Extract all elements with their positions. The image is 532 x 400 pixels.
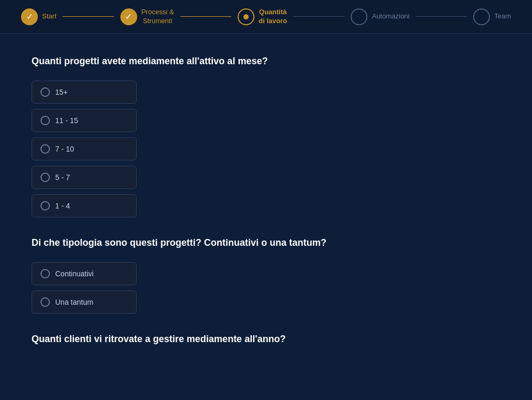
radio-5-7: [40, 173, 50, 182]
active-dot: [243, 14, 249, 19]
option-15plus-label: 15+: [55, 88, 68, 96]
option-15plus[interactable]: 15+: [32, 81, 137, 104]
question-1-title: Quanti progetti avete mediamente all'att…: [32, 55, 336, 68]
step-automazioni[interactable]: Automazioni: [351, 8, 410, 25]
question-2-options: Continuativi Una tantum: [32, 262, 336, 314]
question-3-section: Quanti clienti vi ritrovate a gestire me…: [32, 333, 336, 346]
option-11-15[interactable]: 11 - 15: [32, 109, 137, 132]
main-content: Quanti progetti avete mediamente all'att…: [0, 34, 368, 380]
question-2-title: Di che tipologia sono questi progetti? C…: [32, 236, 336, 249]
option-1-4[interactable]: 1 - 4: [32, 194, 137, 217]
step-automazioni-circle: [351, 8, 367, 25]
step-processi[interactable]: ✓ Processi & Strumenti: [120, 8, 174, 26]
step-team-circle: [473, 8, 490, 25]
option-7-10-label: 7 - 10: [55, 145, 74, 153]
option-5-7-label: 5 - 7: [55, 173, 70, 182]
line-1: [63, 16, 114, 17]
step-start-label: Start: [42, 12, 56, 21]
line-3: [293, 16, 344, 17]
step-automazioni-label: Automazioni: [372, 12, 410, 21]
question-2-section: Di che tipologia sono questi progetti? C…: [32, 236, 336, 314]
radio-15plus: [40, 87, 50, 97]
radio-7-10: [40, 144, 50, 154]
radio-continuativi: [40, 269, 50, 278]
option-una-tantum[interactable]: Una tantum: [32, 291, 137, 314]
question-1-section: Quanti progetti avete mediamente all'att…: [32, 55, 336, 217]
radio-una-tantum: [40, 297, 50, 307]
option-continuativi-label: Continuativi: [55, 269, 94, 278]
option-1-4-label: 1 - 4: [55, 202, 70, 210]
option-5-7[interactable]: 5 - 7: [32, 166, 137, 189]
step-start[interactable]: ✓ Start: [21, 8, 56, 25]
stepper: ✓ Start ✓ Processi & Strumenti Quantità …: [0, 0, 532, 34]
step-start-circle: ✓: [21, 8, 38, 25]
step-quantita-label: Quantità di lavoro: [259, 8, 287, 26]
step-team[interactable]: Team: [473, 8, 511, 25]
step-processi-circle: ✓: [120, 8, 137, 25]
line-2: [180, 16, 231, 17]
option-una-tantum-label: Una tantum: [55, 298, 93, 306]
line-4: [416, 16, 467, 17]
question-1-options: 15+ 11 - 15 7 - 10 5 - 7 1 - 4: [32, 81, 336, 217]
check-icon-2: ✓: [125, 12, 132, 22]
step-quantita[interactable]: Quantità di lavoro: [238, 8, 287, 26]
radio-11-15: [40, 116, 50, 125]
step-quantita-circle: [238, 8, 254, 25]
step-team-label: Team: [494, 12, 511, 21]
check-icon: ✓: [26, 12, 33, 22]
question-3-title: Quanti clienti vi ritrovate a gestire me…: [32, 333, 336, 346]
option-7-10[interactable]: 7 - 10: [32, 137, 137, 161]
radio-1-4: [40, 201, 50, 211]
option-continuativi[interactable]: Continuativi: [32, 262, 137, 285]
option-11-15-label: 11 - 15: [55, 116, 78, 125]
step-processi-label: Processi & Strumenti: [141, 8, 174, 26]
